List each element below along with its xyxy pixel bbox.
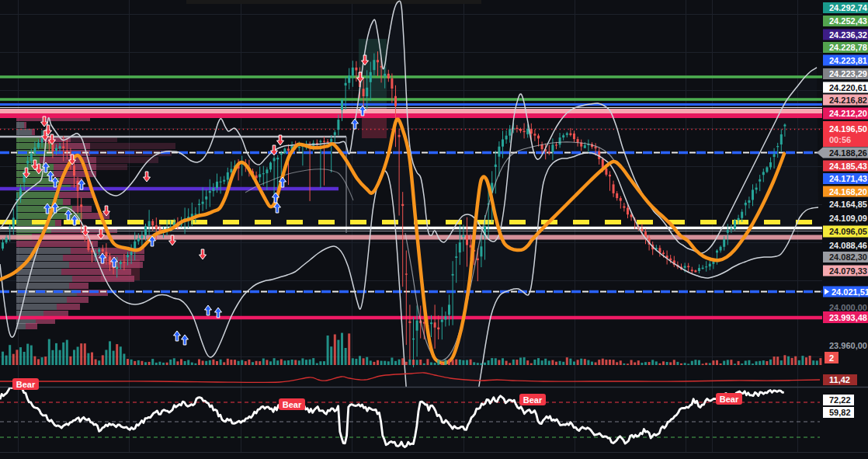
svg-text:72,22: 72,22 — [829, 395, 851, 405]
svg-text:24.096,05: 24.096,05 — [829, 227, 867, 236]
svg-text:24.252,43: 24.252,43 — [829, 16, 867, 26]
svg-text:24.079,33: 24.079,33 — [829, 266, 867, 276]
svg-text:24.088,46: 24.088,46 — [829, 241, 867, 250]
svg-text:23.993,48: 23.993,48 — [829, 313, 867, 322]
svg-text:Bear: Bear — [720, 395, 739, 404]
svg-text:24.228,78: 24.228,78 — [829, 43, 867, 52]
svg-text:Bear: Bear — [523, 395, 543, 405]
svg-text:23.960,00: 23.960,00 — [829, 341, 867, 350]
svg-text:24.196,50: 24.196,50 — [829, 124, 867, 134]
svg-text:Bear: Bear — [16, 380, 36, 389]
svg-text:24.171,43: 24.171,43 — [829, 174, 867, 183]
svg-text:24.164,85: 24.164,85 — [829, 200, 867, 209]
svg-text:24.220,61: 24.220,61 — [829, 83, 867, 92]
svg-text:Bear: Bear — [283, 400, 302, 409]
svg-text:59,82: 59,82 — [829, 408, 851, 417]
svg-text:2: 2 — [829, 353, 834, 363]
svg-text:24.109,09: 24.109,09 — [829, 214, 867, 223]
svg-text:24.216,82: 24.216,82 — [829, 96, 867, 105]
svg-text:24.082,30: 24.082,30 — [829, 252, 867, 262]
svg-text:24.212,20: 24.212,20 — [829, 109, 867, 118]
svg-text:24.292,74: 24.292,74 — [829, 3, 868, 12]
svg-text:24.000,00: 24.000,00 — [829, 303, 867, 312]
svg-text:24.223,81: 24.223,81 — [829, 56, 867, 65]
svg-text:24.185,43: 24.185,43 — [829, 162, 867, 171]
svg-text:00:56: 00:56 — [829, 135, 851, 144]
svg-text:11,42: 11,42 — [829, 375, 850, 384]
svg-text:24.021,51: 24.021,51 — [832, 287, 868, 297]
svg-text:24.168,20: 24.168,20 — [829, 187, 867, 196]
svg-text:24.188,26: 24.188,26 — [829, 148, 867, 158]
svg-text:24.223,29: 24.223,29 — [829, 69, 867, 78]
svg-text:24.236,32: 24.236,32 — [829, 30, 867, 40]
